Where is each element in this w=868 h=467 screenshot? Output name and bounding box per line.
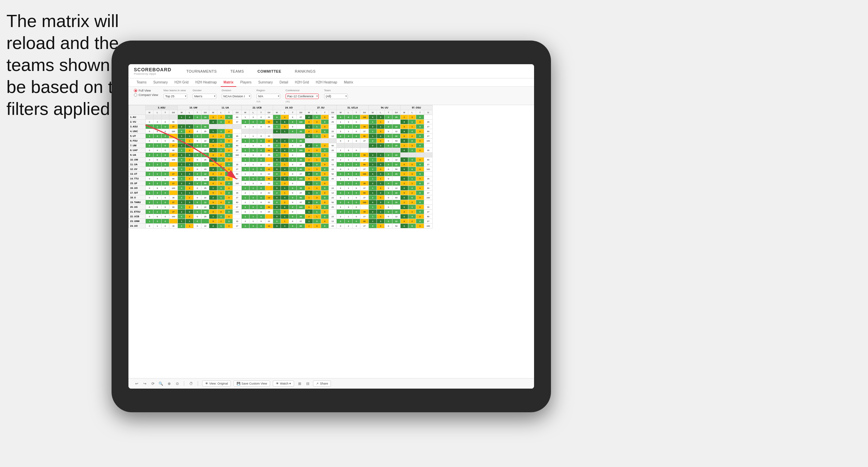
cell: 1 xyxy=(241,214,249,219)
sub-nav-summary[interactable]: Summary xyxy=(150,78,170,87)
row-label: 22. UCB xyxy=(129,214,146,219)
cell: 12 xyxy=(392,157,400,162)
logo-title: SCOREBOARD xyxy=(134,67,171,72)
cell: 2 xyxy=(178,153,186,157)
cell: 4 xyxy=(217,200,225,205)
cell: 2 xyxy=(369,181,377,186)
cell: 12 xyxy=(201,200,209,205)
max-teams-select[interactable]: Top 25 Top 10 Top 50 xyxy=(164,94,187,99)
cell: 0 xyxy=(337,139,344,143)
sub-nav-h2h-grid2[interactable]: H2H Grid xyxy=(292,78,312,87)
conference-select[interactable]: Pac-12 Conference (All) xyxy=(286,94,319,99)
compact-view-option[interactable]: Compact View xyxy=(134,93,158,97)
ucla-t: T xyxy=(353,110,360,115)
cell: 0 xyxy=(353,167,360,172)
cell: 1 xyxy=(369,205,377,210)
sub-nav-summary2[interactable]: Summary xyxy=(256,78,275,87)
cell: 6 xyxy=(153,214,161,219)
cell: 0 xyxy=(337,224,344,228)
division-select[interactable]: NCAA Division I NCAA Division II xyxy=(222,94,251,99)
cell: 0 xyxy=(321,200,329,205)
zoom-in-icon[interactable]: ⊕ xyxy=(166,381,172,386)
ucb-w: W xyxy=(241,110,249,115)
gender-select[interactable]: Men's Women's xyxy=(193,94,216,99)
cell: 1 xyxy=(217,219,225,224)
sub-nav-h2h-heatmap2[interactable]: H2H Heatmap xyxy=(313,78,340,87)
cell: 22 xyxy=(265,115,273,120)
uu-dif: Dif xyxy=(392,110,400,115)
nav-rankings[interactable]: RANKINGS xyxy=(292,68,318,75)
cell: 0 xyxy=(209,172,217,176)
cell: 1 xyxy=(146,134,153,139)
cell: 0 xyxy=(400,186,408,191)
table-row: 11. UA1301100103521022210271301204080130… xyxy=(129,162,433,167)
matrix-container[interactable]: 3. ASU 10. UW 11. UA 22. UCB 24. UO 27. … xyxy=(128,105,534,378)
cell: 0 xyxy=(385,115,392,120)
cell: 0 xyxy=(146,148,153,153)
table-row: 3. ASU0202720050030251301100103521022210… xyxy=(129,124,433,129)
cell: 3 xyxy=(186,214,193,219)
sub-nav-matrix2[interactable]: Matrix xyxy=(341,78,356,87)
cell: 0 xyxy=(305,176,313,181)
compact-view-radio[interactable] xyxy=(134,93,137,97)
cell: 2 xyxy=(153,210,161,214)
cell: 0 xyxy=(161,176,169,181)
cell xyxy=(296,181,305,186)
cell: 0 xyxy=(416,167,424,172)
clock-icon[interactable]: ⏱ xyxy=(188,381,194,386)
refresh-icon[interactable]: ⟳ xyxy=(150,381,155,386)
region-select[interactable]: N/A xyxy=(257,94,280,99)
cell: 0 xyxy=(400,214,408,219)
cell: 0 xyxy=(416,124,424,129)
nav-committee[interactable]: COMMITTEE xyxy=(255,68,284,75)
nav-teams[interactable]: TEAMS xyxy=(227,68,246,75)
cell: 25 xyxy=(329,120,336,124)
save-custom-btn[interactable]: 💾 Save Custom View xyxy=(234,380,270,387)
region-sub-label: N/A xyxy=(257,100,280,103)
sub-nav-matrix[interactable]: Matrix xyxy=(221,78,236,87)
redo-icon[interactable]: ↪ xyxy=(142,381,147,386)
cell: 1 xyxy=(281,219,289,224)
cell: 35 xyxy=(424,205,432,210)
cell: 0 xyxy=(400,176,408,181)
cell: 3 xyxy=(249,115,257,120)
cell: 35 xyxy=(424,148,432,153)
layout-icon[interactable]: ⊞ xyxy=(297,381,302,386)
full-view-option[interactable]: Full View xyxy=(134,89,158,92)
zoom-out-icon[interactable]: 🔍 xyxy=(158,381,164,386)
grid-icon[interactable]: ⊟ xyxy=(305,381,310,386)
cell: 50 xyxy=(329,143,336,148)
cell: 27 xyxy=(360,224,369,228)
sub-nav-players[interactable]: Players xyxy=(238,78,254,87)
watch-btn[interactable]: 👁 Watch ▾ xyxy=(273,380,294,387)
team-select[interactable]: (All) xyxy=(324,94,348,99)
undo-icon[interactable]: ↩ xyxy=(134,381,139,386)
sub-nav-teams[interactable]: Teams xyxy=(134,78,149,87)
cell: 0 xyxy=(161,205,169,210)
cell: 0 xyxy=(161,153,169,157)
uu-l: L xyxy=(377,110,384,115)
table-row: 19. TAMU21027130120408013022020272005006… xyxy=(129,200,433,205)
view-original-btn[interactable]: 👁 View: Original xyxy=(202,380,231,387)
cell: 0 xyxy=(289,120,296,124)
cell: 2 xyxy=(273,191,281,195)
cell: 0 xyxy=(416,176,424,181)
cell: 0 xyxy=(337,167,344,172)
cell: 80 xyxy=(233,143,241,148)
cell: 22 xyxy=(329,129,336,134)
cell: 2 xyxy=(178,139,186,143)
cell: 2 xyxy=(337,186,344,191)
full-view-radio[interactable] xyxy=(134,89,137,92)
cell: 0 xyxy=(146,129,153,134)
share-btn[interactable]: ↗ Share xyxy=(313,380,331,387)
zoom-reset-icon[interactable]: ⊙ xyxy=(174,381,180,386)
ucb-dif: Dif xyxy=(265,110,273,115)
sub-nav-h2h-heatmap[interactable]: H2H Heatmap xyxy=(193,78,219,87)
table-row: 17. GIT130110010352102221027130120408013… xyxy=(129,191,433,195)
sub-nav-detail[interactable]: Detail xyxy=(277,78,291,87)
gender-select-wrapper: Men's Women's xyxy=(193,93,216,99)
sub-nav-h2h-grid[interactable]: H2H Grid xyxy=(172,78,191,87)
uw-w: W xyxy=(178,110,186,115)
nav-tournaments[interactable]: TOURNAMENTS xyxy=(184,68,219,75)
table-row: 16. UO0601600302513011001035210222102713… xyxy=(129,186,433,191)
